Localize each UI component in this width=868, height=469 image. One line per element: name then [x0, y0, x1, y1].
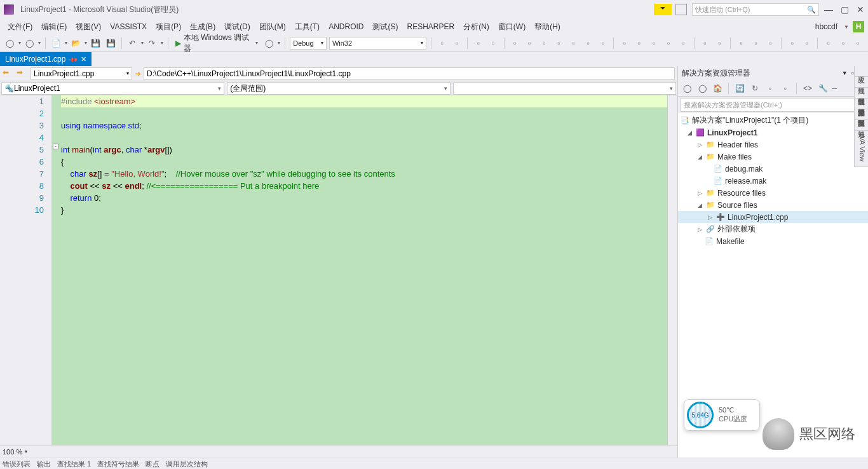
- new-project-icon[interactable]: 📄: [50, 37, 62, 50]
- se-sync-icon[interactable]: ↻: [749, 82, 761, 95]
- menu-project[interactable]: 项目(P): [152, 20, 185, 34]
- menu-debug[interactable]: 调试(D): [220, 20, 254, 34]
- tab-breakpoints[interactable]: 断点: [146, 459, 159, 469]
- maximize-button[interactable]: ▢: [841, 4, 849, 15]
- tab-callhier[interactable]: 调用层次结构: [166, 459, 208, 469]
- se-showall-icon[interactable]: ▫: [779, 82, 792, 95]
- tree-header-files[interactable]: ▷📁Header files: [678, 139, 868, 151]
- tree-source-cpp[interactable]: ▷➕LinuxProject1.cpp: [678, 211, 868, 223]
- open-file-icon[interactable]: 📂: [70, 37, 82, 50]
- tree-resource-files[interactable]: ▷📁Resource files: [678, 187, 868, 199]
- tb-icon-b[interactable]: ▫: [451, 37, 463, 50]
- side-tab-vaview[interactable]: VA View: [855, 131, 868, 167]
- config-combo[interactable]: Debug▾: [290, 37, 327, 50]
- tb-icon-l[interactable]: ▫: [618, 37, 630, 50]
- nav-next-icon[interactable]: ➡: [17, 68, 28, 79]
- save-all-icon[interactable]: 💾: [105, 37, 117, 50]
- tb-icon-a[interactable]: ▫: [436, 37, 448, 50]
- file-tab-active[interactable]: LinuxProject1.cpp 📌 ✕: [0, 52, 92, 66]
- menu-help[interactable]: 帮助(H): [531, 20, 564, 34]
- tree-ext-deps[interactable]: ▷🔗外部依赖项: [678, 223, 868, 235]
- tb-icon-g[interactable]: ▫: [538, 37, 550, 50]
- tb-icon-t[interactable]: ▫: [750, 37, 762, 50]
- tree-project[interactable]: ◢🟪LinuxProject1: [678, 126, 868, 139]
- menu-resharper[interactable]: RESHARPER: [403, 21, 458, 32]
- vertical-scrollbar[interactable]: [667, 95, 677, 445]
- side-tab-props[interactable]: 属性: [855, 77, 868, 88]
- tb-icon-i[interactable]: ▫: [567, 37, 580, 50]
- tb-icon-c[interactable]: ▫: [472, 37, 484, 50]
- se-refresh-icon[interactable]: 🔄: [733, 82, 746, 95]
- platform-combo[interactable]: Win32▾: [329, 37, 426, 50]
- scope-global-combo[interactable]: (全局范围)▾: [227, 82, 450, 95]
- debug-settings-icon[interactable]: ◯: [263, 37, 275, 50]
- menu-test[interactable]: 测试(S): [369, 20, 402, 34]
- tb-icon-j[interactable]: ▫: [582, 37, 594, 50]
- tb-icon-h[interactable]: ▫: [553, 37, 565, 50]
- tab-find1[interactable]: 查找结果 1: [57, 459, 91, 469]
- side-tab-changes[interactable]: 更改: [855, 66, 868, 77]
- undo-icon[interactable]: ↶: [126, 37, 139, 50]
- menu-analyze[interactable]: 分析(N): [459, 20, 493, 34]
- tb-icon-r[interactable]: ▫: [714, 37, 726, 50]
- tb-icon-d[interactable]: ▫: [487, 37, 499, 50]
- fold-column[interactable]: -: [52, 95, 60, 445]
- side-tab-notify[interactable]: 通知: [855, 120, 868, 131]
- tb-icon-y[interactable]: ▫: [837, 37, 850, 50]
- menu-android[interactable]: ANDROID: [325, 21, 367, 32]
- nav-goto-icon[interactable]: ➜: [135, 69, 141, 78]
- minimize-button[interactable]: —: [824, 4, 833, 15]
- tb-icon-n[interactable]: ▫: [648, 37, 660, 50]
- side-tab-team[interactable]: 团队资源管理器: [855, 109, 868, 120]
- side-tab-solution[interactable]: 解决方案资源管理器: [855, 99, 868, 109]
- menu-team[interactable]: 团队(M): [255, 20, 290, 34]
- tree-solution[interactable]: 📑解决方案"LinuxProject1"(1 个项目): [678, 114, 868, 126]
- menu-vassistx[interactable]: VASSISTX: [106, 21, 151, 32]
- tree-source-files[interactable]: ◢📁Source files: [678, 199, 868, 211]
- user-name[interactable]: hbccdf: [815, 22, 837, 31]
- tb-icon-e[interactable]: ▫: [509, 37, 521, 50]
- menu-file[interactable]: 文件(F): [4, 20, 36, 34]
- feedback-icon[interactable]: [675, 4, 687, 15]
- scope-member-combo[interactable]: ▾: [453, 82, 676, 95]
- tab-output[interactable]: 输出: [37, 459, 51, 469]
- tree-debug-mak[interactable]: 📄debug.mak: [678, 163, 868, 175]
- zoom-control[interactable]: 100 %▾: [0, 445, 677, 458]
- close-button[interactable]: ✕: [857, 4, 864, 15]
- tb-icon-x[interactable]: ▫: [822, 37, 834, 50]
- menu-view[interactable]: 视图(V): [72, 20, 105, 34]
- cpu-gauge-widget[interactable]: 5.64G 50℃CPU温度: [684, 399, 760, 431]
- se-fwd-icon[interactable]: ◯: [696, 82, 709, 95]
- nav-prev-icon[interactable]: ⬅: [3, 68, 14, 79]
- tb-icon-u[interactable]: ▫: [764, 37, 776, 50]
- tb-icon-f[interactable]: ▫: [524, 37, 536, 50]
- menu-window[interactable]: 窗口(W): [494, 20, 529, 34]
- user-avatar[interactable]: H: [853, 21, 864, 32]
- nav-fwd-icon[interactable]: ◯: [24, 37, 36, 50]
- menu-edit[interactable]: 编辑(E): [37, 20, 71, 34]
- tree-release-mak[interactable]: 📄release.mak: [678, 175, 868, 187]
- menu-tools[interactable]: 工具(T): [291, 20, 323, 34]
- scope-project-combo[interactable]: 🔩 LinuxProject1▾: [1, 82, 224, 95]
- tb-icon-w[interactable]: ▫: [801, 37, 813, 50]
- save-icon[interactable]: 💾: [90, 37, 102, 50]
- tree-makefile[interactable]: 📄Makefile: [678, 235, 868, 247]
- code-editor[interactable]: 12345678910 - #include <iostream> using …: [0, 95, 677, 445]
- tb-icon-k[interactable]: ▫: [597, 37, 609, 50]
- close-tab-icon[interactable]: ✕: [81, 55, 86, 64]
- fold-box-icon[interactable]: -: [53, 144, 58, 149]
- tb-icon-q[interactable]: ▫: [699, 37, 711, 50]
- nav-file-combo[interactable]: LinuxProject1.cpp▾: [31, 67, 132, 80]
- tab-error-list[interactable]: 错误列表: [3, 459, 31, 469]
- tb-icon-m[interactable]: ▫: [633, 37, 645, 50]
- tb-icon-v[interactable]: ▫: [786, 37, 798, 50]
- notification-flag-icon[interactable]: [654, 4, 672, 15]
- side-tab-prop-mgr[interactable]: 属性管理器: [855, 88, 868, 99]
- quick-launch-input[interactable]: 快速启动 (Ctrl+Q)🔍: [692, 3, 819, 16]
- redo-icon[interactable]: ↷: [146, 37, 158, 50]
- se-collapse-icon[interactable]: ▫: [764, 82, 776, 95]
- nav-back-icon[interactable]: ◯: [4, 37, 16, 50]
- se-home-icon[interactable]: 🏠: [711, 82, 724, 95]
- panel-dropdown-icon[interactable]: ▼: [842, 70, 848, 76]
- tb-icon-p[interactable]: ▫: [677, 37, 689, 50]
